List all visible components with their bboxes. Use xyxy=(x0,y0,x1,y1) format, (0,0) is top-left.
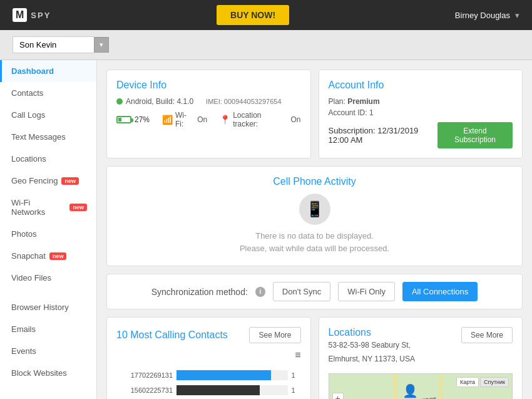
device-os-row: Android, Build: 4.1.0 IMEI: 000944053297… xyxy=(116,97,301,106)
locations-title-group: Locations 53-82-53-98 Seabury St, Elmhur… xyxy=(329,327,416,368)
sidebar-item-browser-history[interactable]: Browser History xyxy=(0,296,96,318)
location-tracker-info: 📍 Location tracker: On xyxy=(220,111,300,128)
os-text: Android, Build: 4.1.0 xyxy=(126,97,193,106)
bar-row: 177022691311 xyxy=(116,370,301,380)
plan-row: Plan: Premium xyxy=(329,97,513,106)
sidebar-item-photos[interactable]: Photos xyxy=(0,223,96,245)
locations-title: Locations xyxy=(329,327,416,338)
sidebar-item-wifi-networks[interactable]: Wi-Fi Networksnew xyxy=(0,192,96,223)
main-content: Device Info Android, Build: 4.1.0 IMEI: … xyxy=(97,60,532,399)
locations-card: Locations 53-82-53-98 Seabury St, Elmhur… xyxy=(319,317,523,399)
account-id-label: Account ID: xyxy=(329,108,367,117)
imei-label: IMEI: xyxy=(206,98,222,105)
map-tab-satellite[interactable]: Спутник xyxy=(480,377,509,387)
bar-count: 1 xyxy=(292,371,301,379)
sidebar-divider xyxy=(0,384,96,391)
locations-header: Locations 53-82-53-98 Seabury St, Elmhur… xyxy=(329,327,513,368)
extend-subscription-button[interactable]: Extend Subscription xyxy=(437,122,513,148)
wifi-label: Wi-Fi: xyxy=(175,111,195,128)
android-info: Android, Build: 4.1.0 xyxy=(116,97,193,106)
sidebar-item-snapchat[interactable]: Snapchatnew xyxy=(0,245,96,267)
account-bottom-row: Subscription: 12/31/2019 12:00 AM Extend… xyxy=(329,122,513,148)
top-row: Device Info Android, Build: 4.1.0 IMEI: … xyxy=(106,70,523,158)
device-selector[interactable]: ▾ xyxy=(13,36,519,53)
subscription-row: Subscription: 12/31/2019 12:00 AM xyxy=(329,126,437,145)
hamburger-icon[interactable]: ≡ xyxy=(295,350,300,360)
account-info-title: Account Info xyxy=(329,80,513,91)
device-info-card: Device Info Android, Build: 4.1.0 IMEI: … xyxy=(106,70,311,158)
imei-text: IMEI: 000944053297654 xyxy=(206,98,282,105)
imei-value: 000944053297654 xyxy=(224,98,282,105)
main-layout: DashboardContactsCall LogsText MessagesL… xyxy=(0,60,532,399)
sidebar-item-call-logs[interactable]: Call Logs xyxy=(0,104,96,126)
all-connections-button[interactable]: All Connections xyxy=(402,282,478,301)
battery-fill xyxy=(118,118,121,122)
map-zoom-controls: + − xyxy=(332,393,344,399)
location-address-line1: 53-82-53-98 Seabury St, xyxy=(329,341,416,350)
sync-label: Synchronization method: xyxy=(151,287,248,297)
bar-container xyxy=(176,385,288,395)
battery-percent: 27% xyxy=(135,115,150,124)
calling-contacts-card: 10 Most Calling Contacts See More ≡ 1770… xyxy=(106,317,311,399)
buy-now-button[interactable]: BUY NOW! xyxy=(217,5,289,25)
calling-see-more-button[interactable]: See More xyxy=(249,327,300,343)
logo-spy-text: SPY xyxy=(31,11,51,20)
account-id-value: 1 xyxy=(369,108,374,117)
bar-count: 1 xyxy=(292,386,301,394)
sidebar-item-geo-fencing[interactable]: Geo Fencingnew xyxy=(0,170,96,192)
logo-m-icon: M xyxy=(13,8,27,22)
wifi-info: 📶 Wi-Fi: On xyxy=(162,111,207,128)
cell-activity-card: Cell Phone Activity 📱 There is no data t… xyxy=(106,166,523,266)
bar-label: 17702269131 xyxy=(116,371,173,379)
bar-fill xyxy=(176,370,271,380)
sidebar-item-locations[interactable]: Locations xyxy=(0,148,96,170)
device-info-title: Device Info xyxy=(116,80,301,91)
header: M SPY BUY NOW! Birney Douglas ▾ xyxy=(0,0,532,30)
device-input[interactable] xyxy=(13,36,94,53)
sidebar-item-text-messages[interactable]: Text Messages xyxy=(0,126,96,148)
bottom-row: 10 Most Calling Contacts See More ≡ 1770… xyxy=(106,317,523,399)
no-data-line1: There is no data to be displayed. xyxy=(116,231,513,241)
sidebar-item-events[interactable]: Events xyxy=(0,340,96,362)
device-dropdown-button[interactable]: ▾ xyxy=(94,37,109,53)
bar-row: 156022257311 xyxy=(116,385,301,395)
android-dot-icon xyxy=(116,98,123,105)
sidebar-item-dashboard[interactable]: Dashboard xyxy=(0,60,96,82)
cell-activity-title: Cell Phone Activity xyxy=(116,176,513,187)
user-menu-arrow-icon: ▾ xyxy=(515,11,519,20)
map-placeholder: Карта Спутник ЭЛМХЕРСТ ELMHURST Grand Av… xyxy=(329,373,513,399)
device-metrics: 27% 📶 Wi-Fi: On 📍 Location tracker: On xyxy=(116,111,301,128)
sidebar-item-contacts[interactable]: Contacts xyxy=(0,82,96,104)
sidebar-item-emails[interactable]: Emails xyxy=(0,318,96,340)
user-menu[interactable]: Birney Douglas ▾ xyxy=(455,11,519,20)
battery-icon xyxy=(116,116,131,123)
person-marker-icon: 👤 xyxy=(402,383,418,398)
wifi-icon: 📶 xyxy=(162,115,173,125)
account-id-row: Account ID: 1 xyxy=(329,108,513,117)
location-address-line2: Elmhurst, NY 11373, USA xyxy=(329,355,416,363)
phone-placeholder-icon: 📱 xyxy=(299,194,330,225)
map-tab-carta[interactable]: Карта xyxy=(456,377,479,387)
zoom-in-button[interactable]: + xyxy=(332,393,344,399)
account-info-card: Account Info Plan: Premium Account ID: 1… xyxy=(319,70,523,158)
logo: M SPY xyxy=(13,8,51,22)
sidebar-badge-geo-fencing: new xyxy=(61,177,79,185)
sidebar-item-video-files[interactable]: Video Files xyxy=(0,267,96,289)
bar-fill xyxy=(176,385,260,395)
wifi-only-button[interactable]: Wi-Fi Only xyxy=(338,282,395,301)
sidebar: DashboardContactsCall LogsText MessagesL… xyxy=(0,60,97,399)
sidebar-badge-snapchat: new xyxy=(49,252,67,260)
bar-container xyxy=(176,370,288,380)
sidebar-divider xyxy=(0,289,96,296)
device-bar: ▾ xyxy=(0,30,532,60)
calling-contacts-title: 10 Most Calling Contacts xyxy=(116,329,228,341)
no-data-line2: Please, wait while data will be processe… xyxy=(116,244,513,253)
bar-chart: 177022691311156022257311197968718161 xyxy=(116,370,301,399)
battery-info: 27% xyxy=(116,115,150,124)
sidebar-item-block-websites[interactable]: Block Websites xyxy=(0,362,96,384)
sidebar-item-skype[interactable]: Skype xyxy=(0,391,96,399)
dont-sync-button[interactable]: Don't Sync xyxy=(273,282,330,301)
info-icon: i xyxy=(255,287,265,297)
bar-label: 15602225731 xyxy=(116,386,173,394)
locations-see-more-button[interactable]: See More xyxy=(461,327,513,343)
